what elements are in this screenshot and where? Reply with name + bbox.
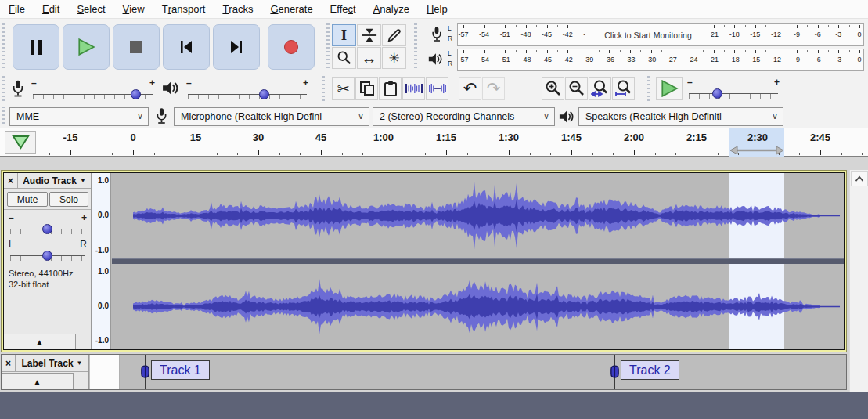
label-track-ruler-strip <box>90 355 120 389</box>
meter-tick-minor <box>828 50 829 52</box>
copy-button[interactable] <box>355 77 378 100</box>
playback-meter[interactable]: -57-54-51-48-45-42-39-36-33-30-27-24-21-… <box>457 49 864 71</box>
paste-button[interactable] <box>379 77 402 100</box>
slider-minus-label: – <box>9 212 14 223</box>
redo-button[interactable]: ↷ <box>482 77 505 100</box>
audio-track: × Audio Track ▼ Mute Solo – + <box>1 170 847 352</box>
silence-audio-button[interactable] <box>426 77 448 100</box>
input-volume-slider[interactable]: – + <box>31 79 155 100</box>
label-marker-handle[interactable] <box>140 365 150 381</box>
close-track-button[interactable]: × <box>4 173 18 188</box>
menu-item-edit[interactable]: Edit <box>34 0 68 18</box>
label-text-box[interactable]: Track 1 <box>151 360 210 380</box>
zoom-in-button[interactable] <box>542 77 564 100</box>
label-marker-handle[interactable] <box>610 365 620 381</box>
timeline-major-tick <box>70 150 71 155</box>
mute-button[interactable]: Mute <box>7 192 48 207</box>
recording-meter[interactable]: Click to Start Monitoring -57-54-51-48-4… <box>457 23 864 46</box>
quickplay-button[interactable] <box>5 131 36 154</box>
fit-selection-button[interactable] <box>589 77 611 100</box>
audio-host-select[interactable]: MME ∨ <box>9 107 149 126</box>
label-text-box[interactable]: Track 2 <box>621 360 679 380</box>
meter-tick-minor <box>620 50 621 52</box>
timeline-ruler[interactable]: -1501530451:001:151:301:452:002:152:302:… <box>0 128 868 157</box>
pan-slider[interactable]: L R <box>9 240 87 262</box>
menu-item-file[interactable]: File <box>0 0 34 18</box>
menu-item-transport[interactable]: Transport <box>153 0 214 18</box>
collapse-track-button[interactable]: ▲ <box>2 373 74 389</box>
menu-item-analyze[interactable]: Analyze <box>365 0 418 18</box>
play-meter-speaker-icon[interactable] <box>427 52 443 67</box>
toolbar-grip[interactable] <box>647 76 650 103</box>
menu-item-view[interactable]: View <box>114 0 153 18</box>
envelope-tool-button[interactable] <box>357 24 381 46</box>
track-title: Label Track <box>22 358 74 369</box>
play-button[interactable] <box>63 24 110 70</box>
menu-item-help[interactable]: Help <box>418 0 456 18</box>
scroll-up-button[interactable] <box>851 171 868 186</box>
meter-tick-minor <box>599 50 600 52</box>
waveform-area[interactable] <box>112 173 844 349</box>
slider-thumb[interactable] <box>712 88 722 99</box>
skip-end-icon <box>228 39 245 55</box>
cut-button[interactable]: ✂ <box>332 77 355 100</box>
track-title-menu[interactable]: Audio Track ▼ <box>18 173 91 188</box>
timeshift-tool-button[interactable]: ↔ <box>357 47 381 69</box>
multi-tool-button[interactable]: ✳ <box>382 47 406 69</box>
skip-to-start-button[interactable] <box>163 24 210 70</box>
output-volume-slider[interactable]: – + <box>186 79 308 100</box>
track-title-menu[interactable]: Label Track ▼ <box>16 355 88 371</box>
vertical-scale-ruler[interactable]: 1.0 0.0 -1.0 1.0 0.0 -1.0 <box>92 173 111 349</box>
playback-speed-slider[interactable]: – + <box>687 78 780 99</box>
menu-item-generate[interactable]: Generate <box>261 0 321 18</box>
monitor-text[interactable]: Click to Start Monitoring <box>585 25 711 45</box>
trim-audio-button[interactable] <box>402 77 425 100</box>
undo-button[interactable]: ↶ <box>459 77 481 100</box>
toolbar-grip[interactable] <box>322 76 325 103</box>
pause-button[interactable] <box>13 24 59 70</box>
play-at-speed-button[interactable] <box>656 77 683 100</box>
slider-plus-label: + <box>303 78 308 88</box>
slider-minus-label: – <box>31 78 37 88</box>
skip-to-end-button[interactable] <box>213 24 260 70</box>
pencil-icon <box>387 27 402 43</box>
toolbar-grip[interactable] <box>414 23 417 70</box>
zoom-out-button[interactable] <box>565 77 588 100</box>
timeline-minor-tick <box>718 153 719 155</box>
zoom-tool-button[interactable] <box>332 47 356 69</box>
toolbar-grip[interactable] <box>326 23 330 70</box>
playback-device-select[interactable]: Speakers (Realtek High Definiti ∨ <box>578 107 783 126</box>
vertical-scrollbar[interactable] <box>849 170 868 392</box>
meter-tick <box>672 50 672 53</box>
audio-host-value: MME <box>16 111 39 122</box>
close-track-button[interactable]: × <box>2 355 16 371</box>
waveform-channel-left[interactable] <box>112 173 844 258</box>
channel-separator <box>112 258 844 264</box>
toolbar-grip[interactable] <box>2 107 5 125</box>
label-track-lane[interactable]: Track 1Track 2 <box>120 355 846 389</box>
slider-thumb[interactable] <box>259 89 269 99</box>
meter-scale-label: -33 <box>625 56 636 63</box>
toolbar-grip[interactable] <box>2 76 5 103</box>
trim-icon <box>405 81 423 96</box>
fit-project-button[interactable] <box>612 77 635 100</box>
toolbar-grip[interactable] <box>2 23 5 70</box>
slider-thumb[interactable] <box>42 224 52 234</box>
menu-item-select[interactable]: Select <box>68 0 113 18</box>
record-meter-mic-icon[interactable] <box>430 26 443 43</box>
collapse-track-button[interactable]: ▲ <box>4 334 76 349</box>
record-button[interactable] <box>268 24 315 70</box>
menu-item-effect[interactable]: Effect <box>322 0 365 18</box>
waveform-channel-right[interactable] <box>112 264 844 349</box>
slider-thumb[interactable] <box>42 251 52 261</box>
recording-channels-select[interactable]: 2 (Stereo) Recording Channels ∨ <box>373 107 555 126</box>
solo-button[interactable]: Solo <box>49 192 88 207</box>
record-meter-left-label: L <box>448 24 452 32</box>
menu-item-tracks[interactable]: Tracks <box>214 0 261 18</box>
gain-slider[interactable]: – + <box>9 214 87 235</box>
recording-device-select[interactable]: Microphone (Realtek High Defini ∨ <box>174 107 369 126</box>
selection-tool-button[interactable]: I <box>332 24 356 46</box>
scissors-icon: ✂ <box>337 80 350 98</box>
stop-button[interactable] <box>113 24 160 70</box>
draw-tool-button[interactable] <box>382 24 406 46</box>
